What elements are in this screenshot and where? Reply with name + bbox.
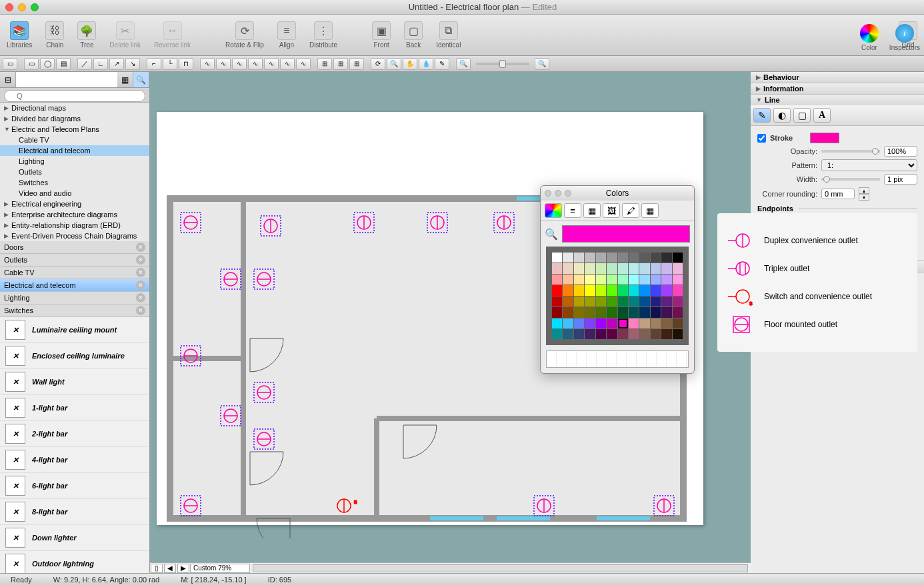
color-cell[interactable] [585,296,595,306]
color-cell[interactable] [607,307,617,317]
line-tool-1[interactable]: ／ [77,58,92,70]
width-input[interactable] [884,174,917,185]
close-icon[interactable]: ✕ [136,255,145,265]
back-button[interactable]: ▢Back [404,21,423,49]
lib-group[interactable]: Outlets✕ [0,254,149,267]
zoom-icon[interactable] [565,190,571,197]
header-behaviour[interactable]: ▶Behaviour [751,72,924,83]
color-cell[interactable] [585,263,595,273]
eyedropper-tool[interactable]: 💧 [419,58,433,70]
lib-group[interactable]: Cable TV✕ [0,267,149,279]
sliders-tab[interactable]: ≡ [564,203,581,218]
color-cell[interactable] [563,307,573,317]
color-cell[interactable] [629,318,639,328]
color-cell[interactable] [596,263,606,273]
color-cell[interactable] [574,318,584,328]
shape-item[interactable]: ✕4-light bar [0,447,149,473]
shape-item[interactable]: ✕1-light bar [0,395,149,421]
lib-group[interactable]: Doors✕ [0,241,149,254]
color-cell[interactable] [574,307,584,317]
tree-subitem[interactable]: Video and audio [0,188,149,199]
group-tool-2[interactable]: ⊞ [333,58,348,70]
color-cell[interactable] [552,296,562,306]
rect-tool[interactable]: ▭ [24,58,39,70]
color-cell[interactable] [585,329,595,339]
color-cell[interactable] [651,275,661,285]
color-cell[interactable] [661,318,671,328]
tree-subitem[interactable]: Cable TV [0,135,149,145]
grid-view-icon[interactable]: ▦ [117,72,133,87]
color-cell[interactable] [651,253,661,263]
color-cell[interactable] [673,253,683,263]
color-cell[interactable] [673,307,683,317]
color-cell[interactable] [651,318,661,328]
color-cell[interactable] [574,285,584,295]
color-cell[interactable] [618,253,628,263]
color-cell[interactable] [661,253,671,263]
refresh-tool[interactable]: ⟳ [371,58,385,70]
wheel-tab[interactable] [545,203,562,218]
curve-tool-5[interactable]: ∿ [264,58,279,70]
curve-tool-1[interactable]: ∿ [200,58,215,70]
tree-subitem[interactable]: Electrical and telecom [0,145,149,156]
color-cell[interactable] [651,285,661,295]
color-cell[interactable] [596,318,606,328]
group-tool-3[interactable]: ⊞ [349,58,364,70]
identical-button[interactable]: ⧉Identical [436,21,461,49]
zoom-slider[interactable] [476,63,529,65]
group-tool-1[interactable]: ⊞ [317,58,332,70]
color-cell[interactable] [585,275,595,285]
color-cell[interactable] [618,296,628,306]
corner-stepper[interactable]: ▲▼ [859,187,869,201]
distribute-button[interactable]: ⋮Distribute [309,21,337,49]
page-prev[interactable]: ◀ [164,564,176,573]
color-cell[interactable] [574,296,584,306]
color-cell[interactable] [639,275,649,285]
color-cell[interactable] [607,263,617,273]
tab-text[interactable]: A [813,108,831,123]
color-cell[interactable] [552,263,562,273]
ellipse-tool[interactable]: ◯ [40,58,55,70]
shape-item[interactable]: ✕Wall light [0,369,149,395]
color-cell[interactable] [552,275,562,285]
color-cell[interactable] [651,263,661,273]
connector-tool-1[interactable]: ⌐ [147,58,161,70]
page-first[interactable]: ▯ [151,564,163,573]
h-scrollbar[interactable] [253,564,748,572]
color-cell[interactable] [618,318,628,328]
connector-tool-2[interactable]: └ [163,58,177,70]
color-cell[interactable] [661,285,671,295]
close-icon[interactable]: ✕ [136,281,145,290]
search-icon[interactable]: 🔍 [545,228,558,241]
color-cell[interactable] [661,329,671,339]
color-cell[interactable] [552,318,562,328]
color-cell[interactable] [673,296,683,306]
close-icon[interactable]: ✕ [136,306,145,315]
close-icon[interactable] [5,3,13,11]
color-cell[interactable] [673,263,683,273]
color-cell[interactable] [607,296,617,306]
tree-subitem[interactable]: Lighting [0,156,149,167]
color-cell[interactable] [618,307,628,317]
shape-item[interactable]: ✕Enclosed ceiling luminaire [0,343,149,369]
stroke-checkbox[interactable] [757,134,766,143]
lib-group[interactable]: Lighting✕ [0,292,149,304]
color-cell[interactable] [585,307,595,317]
color-cell[interactable] [639,329,649,339]
opacity-input[interactable] [884,146,917,157]
color-cell[interactable] [639,296,649,306]
color-cell[interactable] [585,285,595,295]
color-cell[interactable] [563,275,573,285]
color-cell[interactable] [552,285,562,295]
color-cell[interactable] [552,307,562,317]
color-cell[interactable] [629,285,639,295]
shape-item[interactable]: ✕6-light bar [0,473,149,499]
color-cell[interactable] [585,318,595,328]
minimize-icon[interactable] [555,190,561,197]
shape-item[interactable]: ✕Down lighter [0,525,149,551]
color-cell[interactable] [574,263,584,273]
shape-item[interactable]: ✕Outdoor lightning [0,551,149,573]
color-cell[interactable] [574,329,584,339]
custom-swatch-row[interactable] [546,350,689,368]
color-cell[interactable] [596,307,606,317]
